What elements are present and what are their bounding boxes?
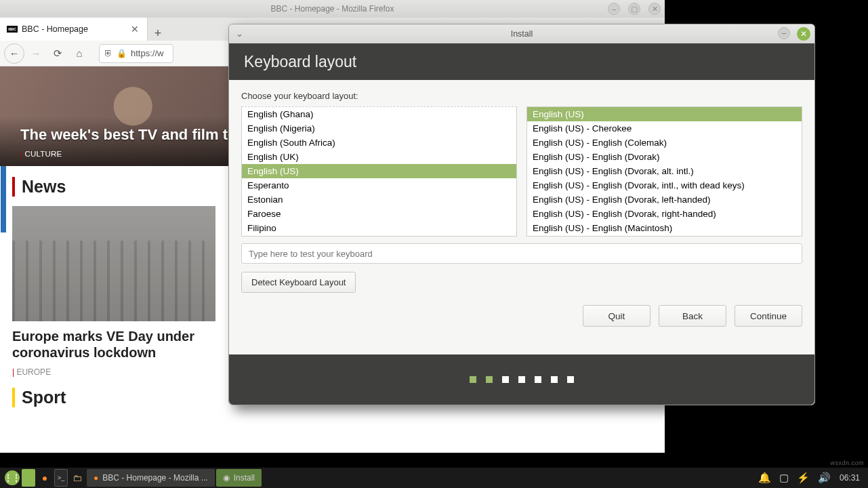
layout-language-item[interactable]: Filipino bbox=[242, 221, 516, 235]
progress-dot bbox=[535, 376, 541, 383]
progress-dot bbox=[518, 376, 525, 383]
layout-language-item[interactable]: Estonian bbox=[242, 192, 516, 207]
layout-variant-item[interactable]: English (US) - English (Dvorak, alt. int… bbox=[527, 164, 802, 178]
layout-variant-item[interactable]: English (US) bbox=[527, 107, 802, 121]
terminal-launcher-icon[interactable]: >_ bbox=[54, 469, 68, 487]
start-menu-button[interactable]: ⋮⋮ bbox=[4, 469, 20, 487]
minimize-icon[interactable]: – bbox=[778, 27, 790, 39]
news-card-headline[interactable]: Europe marks VE Day under coronavirus lo… bbox=[12, 328, 215, 361]
quit-button[interactable]: Quit bbox=[583, 305, 650, 327]
layout-variant-list[interactable]: English (US)English (US) - CherokeeEngli… bbox=[526, 106, 802, 237]
taskbar: ⋮⋮ ● >_ 🗀 ●BBC - Homepage - Mozilla ... … bbox=[0, 468, 868, 488]
battery-tray-icon[interactable]: ⚡ bbox=[793, 472, 813, 484]
installer-window: ⌄ Install – ✕ Keyboard layout Choose you… bbox=[228, 24, 815, 405]
close-icon[interactable]: ✕ bbox=[648, 3, 661, 15]
firefox-titlebar[interactable]: BBC - Homepage - Mozilla Firefox – ▢ ✕ bbox=[0, 0, 665, 18]
firefox-launcher-icon[interactable]: ● bbox=[37, 469, 53, 487]
taskbar-window-installer[interactable]: ◉Install bbox=[216, 469, 262, 487]
notifications-tray-icon[interactable]: 🔔 bbox=[755, 472, 774, 484]
minimize-icon[interactable]: – bbox=[608, 3, 620, 15]
installer-window-title: Install bbox=[511, 29, 533, 39]
browser-tab[interactable]: BBC BBC - Homepage ✕ bbox=[0, 18, 148, 41]
files-launcher-icon[interactable]: 🗀 bbox=[69, 469, 85, 487]
nav-back-button[interactable]: ← bbox=[4, 43, 24, 64]
layout-language-item[interactable]: English (US) bbox=[242, 164, 516, 178]
progress-dot bbox=[486, 376, 493, 383]
window-menu-icon[interactable]: ⌄ bbox=[236, 28, 243, 39]
url-text: https://w bbox=[131, 48, 163, 58]
progress-dot bbox=[567, 376, 574, 383]
tab-title: BBC - Homepage bbox=[22, 24, 129, 34]
layout-variant-item[interactable]: English (US) - English (Dvorak, intl., w… bbox=[527, 178, 802, 192]
layout-variant-item[interactable]: English (US) - English (Dvorak, right-ha… bbox=[527, 207, 802, 221]
network-tray-icon[interactable]: ▢ bbox=[776, 472, 792, 484]
close-icon[interactable]: ✕ bbox=[797, 27, 810, 41]
layout-variant-item[interactable]: English (US) - English (Dvorak) bbox=[527, 150, 802, 164]
lock-icon[interactable]: 🔒 bbox=[117, 49, 127, 58]
url-bar[interactable]: ⛨ 🔒 https://w bbox=[99, 44, 173, 63]
watermark-text: wsxdn.com bbox=[830, 460, 864, 466]
new-tab-button[interactable]: + bbox=[148, 26, 168, 41]
detect-keyboard-button[interactable]: Detect Keyboard Layout bbox=[241, 272, 356, 293]
tracking-shield-icon[interactable]: ⛨ bbox=[104, 48, 112, 58]
layout-language-list[interactable]: English (Ghana)English (Nigeria)English … bbox=[241, 106, 517, 237]
layout-variant-item[interactable]: English (US) - English (Dvorak, left-han… bbox=[527, 192, 802, 207]
layout-language-item[interactable]: Faroese bbox=[242, 207, 516, 221]
choose-layout-label: Choose your keyboard layout: bbox=[241, 91, 802, 101]
progress-dot bbox=[551, 376, 558, 383]
taskbar-window-firefox[interactable]: ●BBC - Homepage - Mozilla ... bbox=[87, 469, 215, 487]
nav-reload-button[interactable]: ⟳ bbox=[47, 43, 68, 64]
firefox-window-title: BBC - Homepage - Mozilla Firefox bbox=[270, 4, 394, 14]
news-card-image[interactable] bbox=[12, 206, 215, 321]
tab-close-icon[interactable]: ✕ bbox=[129, 24, 140, 35]
layout-variant-item[interactable]: English (US) - English (Macintosh) bbox=[527, 221, 802, 235]
continue-button[interactable]: Continue bbox=[735, 305, 802, 327]
volume-tray-icon[interactable]: 🔊 bbox=[814, 472, 834, 484]
layout-variant-item[interactable]: English (US) - Cherokee bbox=[527, 121, 802, 136]
layout-language-item[interactable]: English (Ghana) bbox=[242, 107, 516, 121]
layout-variant-item[interactable]: English (US) - English (Colemak) bbox=[527, 136, 802, 150]
back-button[interactable]: Back bbox=[659, 305, 726, 327]
installer-progress-dots bbox=[229, 354, 814, 405]
tab-favicon: BBC bbox=[7, 26, 18, 33]
taskbar-clock[interactable]: 06:31 bbox=[835, 473, 864, 483]
maximize-icon[interactable]: ▢ bbox=[628, 3, 640, 15]
firefox-window-controls: – ▢ ✕ bbox=[608, 3, 661, 15]
layout-language-item[interactable]: Esperanto bbox=[242, 178, 516, 192]
keyboard-test-input[interactable] bbox=[241, 243, 802, 264]
nav-forward-button: → bbox=[26, 43, 46, 64]
layout-language-item[interactable]: English (Nigeria) bbox=[242, 121, 516, 136]
installer-step-heading: Keyboard layout bbox=[229, 43, 814, 80]
installer-titlebar[interactable]: ⌄ Install – ✕ bbox=[229, 24, 814, 43]
nav-home-button[interactable]: ⌂ bbox=[69, 43, 89, 64]
progress-dot bbox=[502, 376, 509, 383]
layout-language-item[interactable]: English (UK) bbox=[242, 150, 516, 164]
show-desktop-button[interactable] bbox=[22, 469, 35, 487]
progress-dot bbox=[470, 376, 476, 383]
layout-language-item[interactable]: English (South Africa) bbox=[242, 136, 516, 150]
